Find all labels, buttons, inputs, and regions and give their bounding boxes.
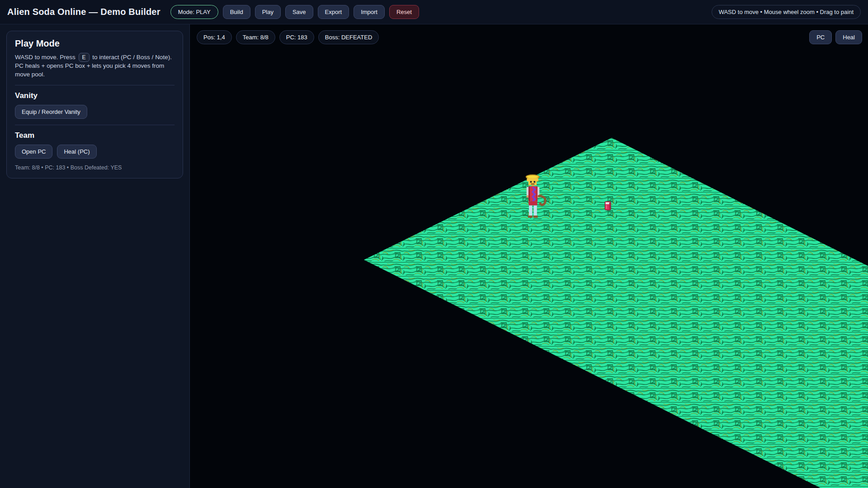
help-line1-post: to interact (PC / Boss / Note).: [92, 54, 172, 61]
help-text: WASD to move. Press E to interact (PC / …: [15, 53, 175, 79]
import-button[interactable]: Import: [354, 5, 385, 19]
team-section-title: Team: [15, 131, 175, 140]
help-line2: PC heals + opens PC box + lets you pick …: [15, 62, 164, 78]
save-button[interactable]: Save: [285, 5, 313, 19]
divider: [15, 125, 175, 125]
export-button[interactable]: Export: [318, 5, 349, 19]
boss-status-chip: Boss: DEFEATED: [318, 30, 379, 44]
play-mode-panel: Play Mode WASD to move. Press E to inter…: [6, 31, 183, 178]
hud-status-chips: Pos: 1,4 Team: 8/8 PC: 183 Boss: DEFEATE…: [197, 30, 379, 44]
pc-count-chip: PC: 183: [279, 30, 314, 44]
hud-heal-button[interactable]: Heal: [835, 30, 862, 44]
panel-title: Play Mode: [15, 38, 175, 49]
open-pc-button[interactable]: Open PC: [15, 145, 52, 159]
divider: [15, 85, 175, 85]
team-chip: Team: 8/8: [236, 30, 275, 44]
reset-button[interactable]: Reset: [389, 5, 419, 19]
vanity-section-title: Vanity: [15, 91, 175, 100]
game-viewport[interactable]: Pos: 1,4 Team: 8/8 PC: 183 Boss: DEFEATE…: [190, 24, 868, 488]
position-chip: Pos: 1,4: [197, 30, 232, 44]
build-button[interactable]: Build: [223, 5, 250, 19]
help-line1-pre: WASD to move. Press: [15, 54, 75, 61]
hud-pc-button[interactable]: PC: [809, 30, 832, 44]
app-title: Alien Soda Online — Demo Builder: [7, 7, 160, 17]
sidebar: Play Mode WASD to move. Press E to inter…: [0, 24, 190, 488]
top-bar: Alien Soda Online — Demo Builder Mode: P…: [0, 0, 868, 24]
key-e-badge: E: [79, 53, 90, 62]
heal-pc-button[interactable]: Heal (PC): [57, 145, 96, 159]
team-status-text: Team: 8/8 • PC: 183 • Boss Defeated: YES: [15, 164, 175, 171]
controls-hint: WASD to move • Mouse wheel zoom • Drag t…: [712, 5, 861, 19]
play-button[interactable]: Play: [255, 5, 281, 19]
isometric-map[interactable]: [190, 24, 868, 488]
soda-can-item[interactable]: [605, 202, 611, 210]
hud-actions: PC Heal: [809, 30, 862, 44]
equip-reorder-vanity-button[interactable]: Equip / Reorder Vanity: [15, 105, 87, 119]
mode-toggle-button[interactable]: Mode: PLAY: [170, 5, 218, 19]
map-ground[interactable]: [364, 138, 868, 488]
